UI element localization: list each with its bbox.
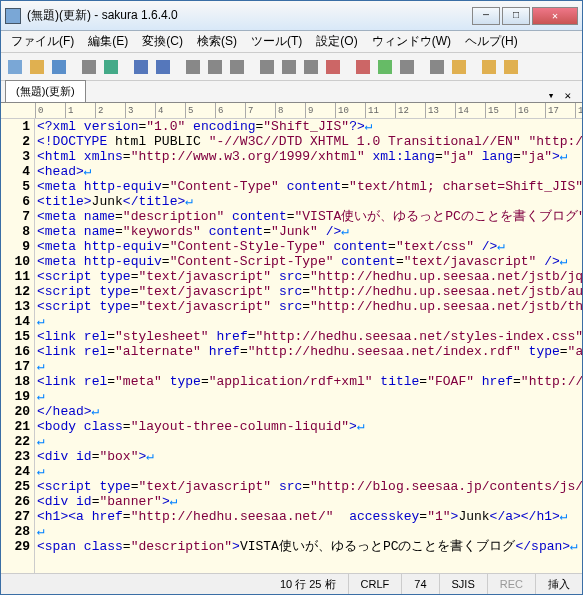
macro2-icon bbox=[504, 60, 518, 74]
code-line[interactable]: ↵ bbox=[37, 464, 582, 479]
line-number: 11 bbox=[1, 269, 30, 284]
record-icon bbox=[430, 60, 444, 74]
code-line[interactable]: <h1><a href="http://hedhu.seesaa.net/" a… bbox=[37, 509, 582, 524]
menu-ウィンドウ[interactable]: ウィンドウ(W) bbox=[366, 31, 457, 52]
code-line[interactable]: <div id="box">↵ bbox=[37, 449, 582, 464]
record-button[interactable] bbox=[427, 57, 447, 77]
line-number: 6 bbox=[1, 194, 30, 209]
menu-検索[interactable]: 検索(S) bbox=[191, 31, 243, 52]
status-eol: CRLF bbox=[348, 574, 402, 594]
menu-ファイル[interactable]: ファイル(F) bbox=[5, 31, 80, 52]
code-line[interactable]: <div id="banner">↵ bbox=[37, 494, 582, 509]
line-number: 3 bbox=[1, 149, 30, 164]
code-line[interactable]: <?xml version="1.0" encoding="Shift_JIS"… bbox=[37, 119, 582, 134]
tabbar: (無題)(更新) ▾ ✕ bbox=[1, 81, 582, 103]
code-line[interactable]: ↵ bbox=[37, 434, 582, 449]
minimize-button[interactable]: ─ bbox=[472, 7, 500, 25]
line-number: 5 bbox=[1, 179, 30, 194]
code-line[interactable]: <title>Junk</title>↵ bbox=[37, 194, 582, 209]
code-line[interactable]: <span class="description">VISTA使いが、ゆるっとP… bbox=[37, 539, 582, 554]
color-button[interactable] bbox=[397, 57, 417, 77]
maximize-button[interactable]: □ bbox=[502, 7, 530, 25]
code-line[interactable]: <meta name="description" content="VISTA使… bbox=[37, 209, 582, 224]
code-line[interactable]: <meta http-equiv="Content-Script-Type" c… bbox=[37, 254, 582, 269]
code-line[interactable]: </head>↵ bbox=[37, 404, 582, 419]
next-icon bbox=[156, 60, 170, 74]
jump-button[interactable] bbox=[323, 57, 343, 77]
redo-button[interactable] bbox=[101, 57, 121, 77]
editor[interactable]: 1234567891011121314151617181920212223242… bbox=[1, 119, 582, 573]
line-number: 15 bbox=[1, 329, 30, 344]
macro2-button[interactable] bbox=[501, 57, 521, 77]
line-number: 25 bbox=[1, 479, 30, 494]
code-line[interactable]: <script type="text/javascript" src="http… bbox=[37, 479, 582, 494]
code-line[interactable]: <meta http-equiv="Content-Type" content=… bbox=[37, 179, 582, 194]
line-number: 14 bbox=[1, 314, 30, 329]
line-number: 13 bbox=[1, 299, 30, 314]
prev-button[interactable] bbox=[131, 57, 151, 77]
line-number: 27 bbox=[1, 509, 30, 524]
code-line[interactable]: ↵ bbox=[37, 359, 582, 374]
next-button[interactable] bbox=[153, 57, 173, 77]
line-number: 29 bbox=[1, 539, 30, 554]
paste-icon bbox=[230, 60, 244, 74]
undo-button[interactable] bbox=[79, 57, 99, 77]
tab-dropdown-icon[interactable]: ▾ bbox=[545, 89, 558, 102]
line-number: 23 bbox=[1, 449, 30, 464]
code-line[interactable]: <link rel="alternate" href="http://hedhu… bbox=[37, 344, 582, 359]
find-button[interactable] bbox=[257, 57, 277, 77]
status-rec: REC bbox=[487, 574, 535, 594]
menu-編集[interactable]: 編集(E) bbox=[82, 31, 134, 52]
code-line[interactable]: ↵ bbox=[37, 389, 582, 404]
code-line[interactable]: ↵ bbox=[37, 524, 582, 539]
status-charcode: 74 bbox=[401, 574, 438, 594]
code-area[interactable]: <?xml version="1.0" encoding="Shift_JIS"… bbox=[35, 119, 582, 573]
code-line[interactable]: <link rel="stylesheet" href="http://hedh… bbox=[37, 329, 582, 344]
line-number: 4 bbox=[1, 164, 30, 179]
menu-変換[interactable]: 変換(C) bbox=[136, 31, 189, 52]
copy-button[interactable] bbox=[205, 57, 225, 77]
open-button[interactable] bbox=[27, 57, 47, 77]
code-line[interactable]: <!DOCTYPE html PUBLIC "-//W3C//DTD XHTML… bbox=[37, 134, 582, 149]
menu-ヘルプ[interactable]: ヘルプ(H) bbox=[459, 31, 524, 52]
undo-icon bbox=[82, 60, 96, 74]
file-tab[interactable]: (無題)(更新) bbox=[5, 80, 86, 102]
statusbar: 10 行 25 桁 CRLF 74 SJIS REC 挿入 bbox=[1, 573, 582, 594]
replace-button[interactable] bbox=[301, 57, 321, 77]
redo-icon bbox=[104, 60, 118, 74]
code-line[interactable]: <script type="text/javascript" src="http… bbox=[37, 269, 582, 284]
tab-close-icon[interactable]: ✕ bbox=[561, 89, 574, 102]
paste-button[interactable] bbox=[227, 57, 247, 77]
code-line[interactable]: <body class="layout-three-column-liquid"… bbox=[37, 419, 582, 434]
config-button[interactable] bbox=[375, 57, 395, 77]
prev-icon bbox=[134, 60, 148, 74]
save-button[interactable] bbox=[49, 57, 69, 77]
play-icon bbox=[452, 60, 466, 74]
code-line[interactable]: <html xmlns="http://www.w3.org/1999/xhtm… bbox=[37, 149, 582, 164]
line-number: 1 bbox=[1, 119, 30, 134]
code-line[interactable]: <link rel="meta" type="application/rdf+x… bbox=[37, 374, 582, 389]
code-line[interactable]: <meta http-equiv="Content-Style-Type" co… bbox=[37, 239, 582, 254]
cut-button[interactable] bbox=[183, 57, 203, 77]
window-title: (無題)(更新) - sakura 1.6.4.0 bbox=[27, 7, 472, 24]
code-line[interactable]: <meta name="keywords" content="Junk" />↵ bbox=[37, 224, 582, 239]
play-button[interactable] bbox=[449, 57, 469, 77]
new-button[interactable] bbox=[5, 57, 25, 77]
replace-icon bbox=[304, 60, 318, 74]
app-icon bbox=[5, 8, 21, 24]
close-button[interactable]: ✕ bbox=[532, 7, 578, 25]
menu-設定[interactable]: 設定(O) bbox=[310, 31, 363, 52]
find-next-button[interactable] bbox=[279, 57, 299, 77]
menu-ツール[interactable]: ツール(T) bbox=[245, 31, 308, 52]
line-number: 10 bbox=[1, 254, 30, 269]
code-line[interactable]: <script type="text/javascript" src="http… bbox=[37, 299, 582, 314]
line-number: 17 bbox=[1, 359, 30, 374]
code-line[interactable]: <head>↵ bbox=[37, 164, 582, 179]
macro1-button[interactable] bbox=[479, 57, 499, 77]
code-line[interactable]: <script type="text/javascript" src="http… bbox=[37, 284, 582, 299]
menubar: ファイル(F)編集(E)変換(C)検索(S)ツール(T)設定(O)ウィンドウ(W… bbox=[1, 31, 582, 53]
outline-button[interactable] bbox=[353, 57, 373, 77]
line-number: 21 bbox=[1, 419, 30, 434]
jump-icon bbox=[326, 60, 340, 74]
code-line[interactable]: ↵ bbox=[37, 314, 582, 329]
